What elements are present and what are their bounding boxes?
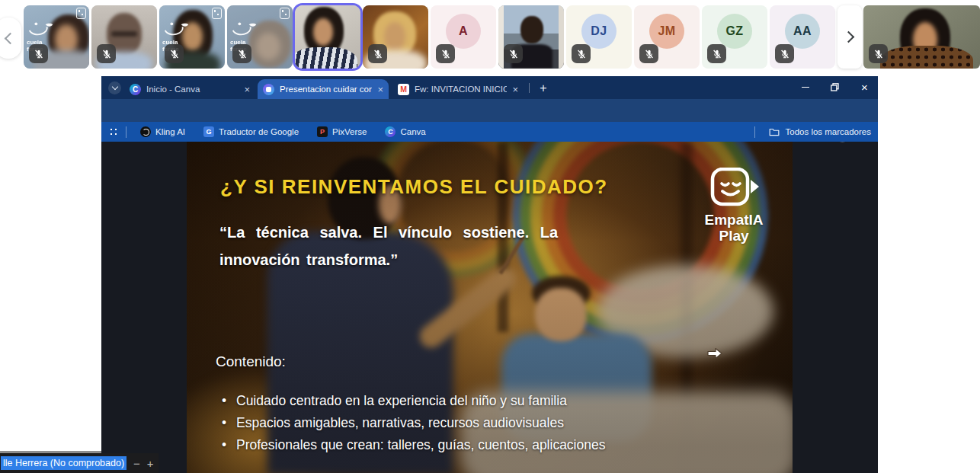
empatia-play-logo: EmpatIA Play [690, 168, 778, 244]
smiley-play-icon [706, 168, 761, 207]
close-tab-icon[interactable]: × [377, 85, 383, 94]
mic-muted-icon [572, 44, 591, 63]
participant-strip: cuelafermecuelafermecuelafermeADJJMGZAA [24, 5, 835, 69]
close-tab-icon[interactable]: × [512, 85, 518, 94]
participant-name-label[interactable]: lle Herrera (No comprobado) [1, 456, 127, 470]
school-lamp-icon [162, 21, 191, 37]
slide-content-heading: Contenido: [216, 353, 286, 370]
avatar-initials: AA [785, 14, 820, 49]
arrow-cursor-icon [706, 347, 723, 360]
mic-muted-icon [707, 44, 726, 63]
participant-tile[interactable] [91, 5, 157, 69]
avatar-initials: JM [649, 14, 684, 49]
mic-muted-icon [368, 44, 387, 63]
restore-icon [831, 83, 839, 91]
tab-title: Inicio - Canva [146, 85, 239, 94]
participant-tile[interactable]: cuelaferme [24, 5, 89, 69]
tab-search-button[interactable] [108, 81, 121, 94]
participant-name-tag[interactable]: lle Herrera (No comprobado) − + [0, 453, 159, 473]
mic-muted-icon [29, 44, 48, 63]
scroll-participants-left-button[interactable] [0, 18, 21, 59]
bookmark-traductor[interactable]: Traductor de Google [203, 126, 299, 137]
bookmark-pixverse[interactable]: PixVerse [317, 126, 367, 137]
pixverse-icon [317, 126, 328, 137]
slide-title: ¿Y SI REINVENTAMOS EL CUIDADO? [220, 175, 693, 199]
logo-badge-icon [280, 8, 290, 19]
zoom-in-button[interactable]: + [147, 458, 154, 469]
participant-tile[interactable]: JM [634, 5, 700, 69]
participant-tile[interactable]: A [431, 5, 496, 69]
avatar-initials: DJ [581, 14, 617, 49]
restore-window-button[interactable] [821, 76, 849, 98]
participant-tile-host[interactable] [863, 5, 980, 69]
chevron-left-icon [4, 32, 16, 44]
close-window-button[interactable]: × [850, 76, 879, 98]
gmail-favicon [398, 84, 409, 95]
participant-tile[interactable]: AA [770, 5, 835, 69]
logo-badge-icon [76, 8, 86, 19]
folder-icon [769, 127, 780, 136]
mic-muted-icon [232, 44, 251, 63]
bookmark-label: Kling AI [155, 127, 185, 136]
tab-presentacion[interactable]: Presentacion cuidar con el alma × [258, 79, 389, 99]
close-icon: × [861, 81, 868, 94]
tab-bar: Inicio - Canva × Presentacion cuidar con… [101, 76, 878, 99]
minimize-icon [802, 87, 809, 88]
participant-video [295, 5, 360, 69]
mic-muted-icon [436, 44, 455, 63]
bookmark-label: Canva [400, 127, 425, 136]
slide-bullet: Espacios amigables, narrativas, recursos… [219, 412, 605, 434]
bookmarks-bar: Kling AI Traductor de Google PixVerse Ca… [101, 122, 878, 142]
scroll-participants-right-button[interactable] [837, 5, 862, 69]
avatar-initials: GZ [717, 14, 752, 49]
all-bookmarks-button[interactable]: Todos los marcadores [753, 122, 872, 142]
participant-tile[interactable]: cuelaferme [227, 5, 293, 69]
zoom-out-button[interactable]: − [133, 458, 140, 469]
bookmark-canva[interactable]: Canva [385, 126, 425, 137]
slide-quote-line1: “La técnica salva. El vínculo sostiene. … [219, 224, 654, 241]
participant-tile[interactable] [295, 5, 360, 69]
chevron-right-icon [843, 31, 855, 43]
browser-window: Inicio - Canva × Presentacion cuidar con… [101, 76, 878, 473]
canva-design-favicon [263, 84, 274, 95]
browser-toolbar: ← → canva.com/design/DAGz3PKZgB0/snNAF8C… [101, 99, 878, 122]
tab-separator [529, 83, 530, 93]
school-lamp-icon [230, 21, 259, 37]
participant-tile[interactable]: DJ [566, 5, 632, 69]
apps-grid-icon[interactable] [109, 127, 118, 136]
slide-bullet: Profesionales que crean: talleres, guías… [219, 434, 605, 456]
participant-tile[interactable] [363, 5, 428, 69]
mic-muted-icon [639, 44, 658, 63]
school-lamp-icon [27, 21, 56, 37]
slide-bullet-list: Cuidado centrado en la experiencia del n… [219, 390, 605, 456]
mic-muted-icon [775, 44, 794, 63]
avatar-initials: A [446, 14, 481, 49]
new-tab-button[interactable]: + [534, 79, 552, 97]
minimize-window-button[interactable] [791, 76, 819, 98]
tab-inicio-canva[interactable]: Inicio - Canva × [124, 79, 255, 99]
logo-badge-icon [212, 8, 222, 19]
close-tab-icon[interactable]: × [244, 85, 250, 94]
slide-bullet: Cuidado centrado en la experiencia del n… [219, 390, 605, 412]
mic-muted-icon [504, 44, 523, 63]
mic-muted-icon [869, 44, 888, 63]
google-translate-icon [203, 126, 214, 137]
tab-title: Fw: INVITACION INICIO PROGR [415, 85, 507, 94]
bookmarks-separator [754, 126, 755, 138]
canva-favicon [130, 84, 141, 95]
bookmark-kling-ai[interactable]: Kling AI [140, 126, 185, 137]
mic-muted-icon [97, 44, 116, 63]
logo-text: EmpatIA [690, 212, 778, 229]
bookmarks-separator [126, 126, 127, 138]
participant-tile[interactable] [498, 5, 564, 69]
tab-gmail[interactable]: Fw: INVITACION INICIO PROGR × [392, 79, 524, 99]
mic-muted-icon [165, 44, 184, 63]
bookmark-label: Traductor de Google [219, 127, 299, 136]
slide-quote-line2: innovación transforma.” [219, 251, 654, 269]
tab-title: Presentacion cuidar con el alma [280, 85, 372, 94]
presentation-slide: ¿Y SI REINVENTAMOS EL CUIDADO? “La técni… [187, 142, 793, 473]
participant-tile[interactable]: GZ [702, 5, 767, 69]
participant-tile[interactable]: cuelaferme [159, 5, 225, 69]
logo-text: Play [690, 228, 778, 244]
all-bookmarks-label: Todos los marcadores [786, 127, 872, 136]
